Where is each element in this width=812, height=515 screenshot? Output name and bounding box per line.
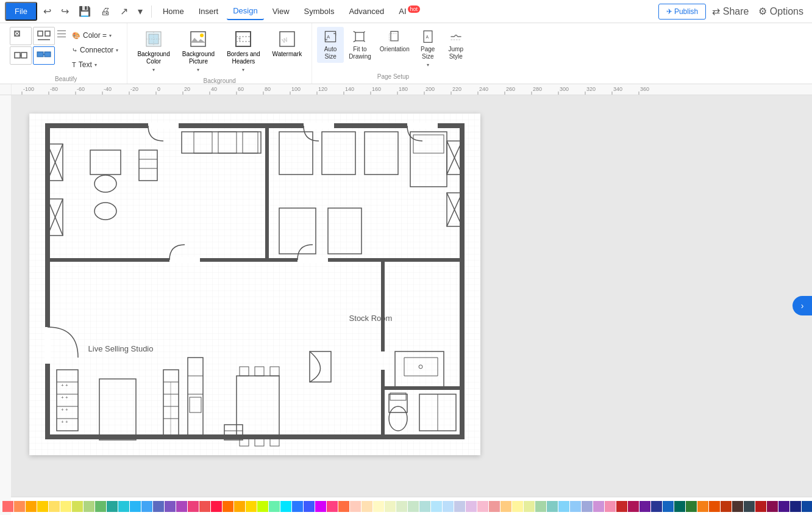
color-swatch[interactable] bbox=[165, 501, 176, 512]
color-swatch[interactable] bbox=[361, 501, 372, 512]
color-swatch[interactable] bbox=[26, 501, 37, 512]
color-swatch[interactable] bbox=[767, 501, 778, 512]
save-button[interactable]: 💾 bbox=[75, 3, 94, 20]
color-swatch[interactable] bbox=[188, 501, 199, 512]
color-swatch[interactable] bbox=[246, 501, 257, 512]
color-swatch[interactable] bbox=[37, 501, 48, 512]
color-swatch[interactable] bbox=[582, 501, 593, 512]
color-dropdown[interactable]: 🎨 Color = ▾ bbox=[68, 29, 122, 41]
nav-home[interactable]: Home bbox=[157, 3, 190, 20]
publish-button[interactable]: ✈ Publish bbox=[658, 4, 707, 20]
color-swatch[interactable] bbox=[72, 501, 83, 512]
color-swatch[interactable] bbox=[327, 501, 338, 512]
color-swatch[interactable] bbox=[211, 501, 222, 512]
color-swatch[interactable] bbox=[605, 501, 616, 512]
color-swatch[interactable] bbox=[721, 501, 732, 512]
color-swatch[interactable] bbox=[628, 501, 639, 512]
color-swatch[interactable] bbox=[130, 501, 141, 512]
shape-btn-1[interactable] bbox=[10, 27, 32, 45]
color-swatch[interactable] bbox=[500, 501, 511, 512]
canvas-area[interactable]: Live Selling Studio Stock Room + + + + +… bbox=[11, 95, 812, 497]
jump-style-button[interactable]: JumpStyle bbox=[443, 27, 469, 63]
file-menu[interactable]: File bbox=[5, 2, 37, 21]
text-dropdown[interactable]: T Text ▾ bbox=[68, 59, 122, 71]
color-swatch[interactable] bbox=[558, 501, 569, 512]
color-swatch[interactable] bbox=[674, 501, 685, 512]
color-swatch[interactable] bbox=[280, 501, 291, 512]
orientation-button[interactable]: Orientation bbox=[376, 27, 413, 56]
color-swatch[interactable] bbox=[593, 501, 604, 512]
options-button[interactable]: ⚙ Options bbox=[755, 3, 807, 20]
color-swatch[interactable] bbox=[489, 501, 500, 512]
color-swatch[interactable] bbox=[697, 501, 708, 512]
shape-btn-3[interactable] bbox=[10, 46, 32, 65]
nav-view[interactable]: View bbox=[266, 3, 296, 20]
connector-dropdown[interactable]: ⤷ Connector ▾ bbox=[68, 44, 122, 56]
color-swatch[interactable] bbox=[651, 501, 662, 512]
fit-to-drawing-button[interactable]: Fit toDrawing bbox=[345, 27, 375, 63]
color-swatch[interactable] bbox=[60, 501, 71, 512]
color-swatch[interactable] bbox=[709, 501, 720, 512]
color-swatch[interactable] bbox=[84, 501, 94, 512]
color-swatch[interactable] bbox=[292, 501, 303, 512]
color-swatch[interactable] bbox=[338, 501, 349, 512]
nav-advanced[interactable]: Advanced bbox=[343, 3, 390, 20]
color-swatch[interactable] bbox=[49, 501, 60, 512]
color-swatch[interactable] bbox=[304, 501, 315, 512]
color-swatch[interactable] bbox=[790, 501, 801, 512]
color-swatch[interactable] bbox=[570, 501, 581, 512]
color-swatch[interactable] bbox=[443, 501, 454, 512]
color-swatch[interactable] bbox=[663, 501, 674, 512]
color-swatch[interactable] bbox=[732, 501, 743, 512]
more-button[interactable]: ▾ bbox=[134, 3, 146, 20]
borders-button[interactable]: T Borders andHeaders ▾ bbox=[222, 27, 265, 75]
color-swatch[interactable] bbox=[547, 501, 558, 512]
color-swatch[interactable] bbox=[14, 501, 25, 512]
color-swatch[interactable] bbox=[686, 501, 697, 512]
color-swatch[interactable] bbox=[373, 501, 384, 512]
bg-picture-button[interactable]: BackgroundPicture ▾ bbox=[177, 27, 219, 75]
color-swatch[interactable] bbox=[234, 501, 245, 512]
color-swatch[interactable] bbox=[153, 501, 164, 512]
color-swatch[interactable] bbox=[141, 501, 152, 512]
color-swatch[interactable] bbox=[755, 501, 766, 512]
watermark-button[interactable]: W Watermark bbox=[268, 27, 307, 60]
color-swatch[interactable] bbox=[199, 501, 210, 512]
color-swatch[interactable] bbox=[778, 501, 789, 512]
color-swatch[interactable] bbox=[396, 501, 407, 512]
color-swatch[interactable] bbox=[639, 501, 650, 512]
auto-size-button[interactable]: A AutoSize bbox=[317, 27, 344, 63]
color-swatch[interactable] bbox=[524, 501, 535, 512]
color-swatch[interactable] bbox=[535, 501, 546, 512]
color-swatch[interactable] bbox=[269, 501, 280, 512]
color-swatch[interactable] bbox=[176, 501, 187, 512]
color-swatch[interactable] bbox=[107, 501, 118, 512]
color-swatch[interactable] bbox=[2, 501, 13, 512]
color-swatch[interactable] bbox=[419, 501, 430, 512]
export-button[interactable]: ↗ bbox=[116, 3, 132, 20]
color-swatch[interactable] bbox=[118, 501, 129, 512]
nav-ai[interactable]: AIhot bbox=[393, 2, 426, 20]
page-size-button[interactable]: A PageSize ▾ bbox=[415, 27, 441, 70]
scroll-hint[interactable]: › bbox=[792, 296, 812, 315]
color-swatch[interactable] bbox=[350, 501, 361, 512]
color-swatch[interactable] bbox=[802, 501, 812, 512]
color-swatch[interactable] bbox=[512, 501, 523, 512]
color-swatch[interactable] bbox=[431, 501, 442, 512]
nav-insert[interactable]: Insert bbox=[193, 3, 225, 20]
bg-color-button[interactable]: BackgroundColor ▾ bbox=[132, 27, 174, 75]
color-swatch[interactable] bbox=[744, 501, 755, 512]
color-swatch[interactable] bbox=[466, 501, 477, 512]
color-swatch[interactable] bbox=[223, 501, 233, 512]
share-button[interactable]: ⇄ Share bbox=[708, 3, 752, 20]
color-swatch[interactable] bbox=[315, 501, 326, 512]
more-shapes-btn[interactable] bbox=[56, 27, 67, 41]
shape-btn-4[interactable] bbox=[33, 46, 55, 65]
color-swatch[interactable] bbox=[477, 501, 488, 512]
color-swatch[interactable] bbox=[257, 501, 268, 512]
shape-btn-2[interactable] bbox=[33, 27, 55, 45]
redo-button[interactable]: ↪ bbox=[57, 3, 73, 20]
color-swatch[interactable] bbox=[408, 501, 419, 512]
color-swatch[interactable] bbox=[95, 501, 106, 512]
color-swatch[interactable] bbox=[454, 501, 465, 512]
